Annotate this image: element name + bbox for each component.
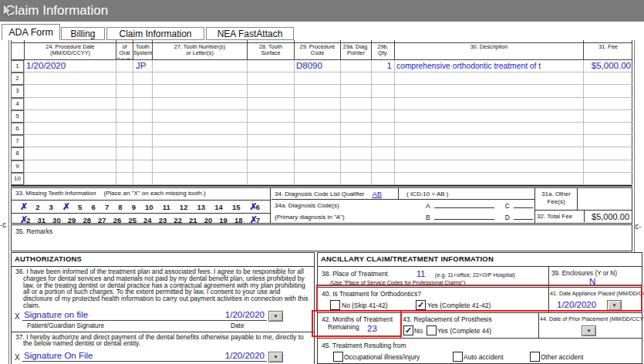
cell-surface[interactable] [247, 60, 294, 72]
cell-diag_pointer[interactable] [340, 135, 371, 147]
cell-tooth_numbers[interactable] [152, 135, 247, 147]
cell-tooth_numbers[interactable] [152, 147, 247, 160]
cell-qty[interactable] [371, 85, 394, 97]
other-accident-checkbox[interactable] [530, 352, 540, 362]
tooth-5[interactable]: 5 [78, 203, 82, 211]
tab-claim-information[interactable]: Claim Information [106, 27, 204, 40]
cell-tooth_system[interactable] [133, 160, 152, 173]
cell-oral_cavity[interactable] [116, 85, 133, 97]
cell-tooth_system[interactable] [133, 135, 152, 147]
cell-diag_pointer[interactable] [340, 72, 371, 85]
diagnosis-code-a-field[interactable] [434, 200, 494, 208]
cell-tooth_system[interactable] [133, 173, 152, 185]
cell-fee[interactable] [583, 110, 632, 123]
subscriber-signature-date[interactable]: 1/20/2020 [224, 351, 265, 360]
cell-oral_cavity[interactable] [116, 110, 133, 123]
tooth-2[interactable]: 2 [35, 203, 39, 211]
auto-accident-checkbox[interactable] [453, 352, 463, 362]
cell-tooth_numbers[interactable] [152, 110, 247, 123]
cell-oral_cavity[interactable] [116, 135, 133, 147]
tooth-12[interactable]: 12 [180, 203, 188, 211]
cell-date[interactable] [24, 123, 116, 135]
cell-tooth_system[interactable]: JP [133, 60, 152, 72]
cell-date[interactable] [24, 173, 116, 185]
tooth-23[interactable]: 23 [159, 216, 167, 224]
cell-tooth_numbers[interactable] [152, 123, 247, 135]
cell-fee[interactable] [583, 123, 632, 135]
cell-surface[interactable] [247, 72, 294, 85]
cell-description[interactable] [394, 72, 583, 85]
tooth-13[interactable]: 13 [197, 203, 206, 211]
cell-fee[interactable]: $5,000.00 [583, 60, 632, 72]
tooth-6[interactable]: 6 [91, 203, 95, 211]
cell-date[interactable] [24, 98, 116, 110]
cell-tooth_system[interactable] [133, 147, 152, 160]
cell-description[interactable] [394, 85, 583, 97]
cell-tooth_numbers[interactable] [152, 173, 247, 185]
cell-diag_pointer[interactable] [340, 98, 371, 110]
tooth-19[interactable]: 19 [219, 216, 228, 224]
cell-tooth_numbers[interactable] [152, 72, 247, 85]
cell-date[interactable] [24, 72, 116, 85]
cell-oral_cavity[interactable] [116, 72, 133, 85]
tooth-14[interactable]: 14 [214, 203, 223, 211]
cell-fee[interactable] [583, 72, 632, 85]
cell-oral_cavity[interactable] [116, 123, 133, 135]
cell-surface[interactable] [247, 147, 294, 160]
cell-qty[interactable] [371, 110, 394, 123]
tooth-27[interactable]: 27 [98, 216, 106, 224]
tooth-17[interactable]: ✗7 [250, 214, 260, 225]
diagnosis-qualifier-value[interactable]: AB [373, 188, 383, 199]
tooth-1[interactable]: ✗ [20, 201, 26, 212]
cell-code[interactable] [294, 110, 340, 123]
tooth-11[interactable]: 11 [163, 203, 170, 211]
cell-oral_cavity[interactable] [116, 160, 133, 173]
tooth-4[interactable]: ✗ [62, 201, 69, 212]
cell-description[interactable] [394, 173, 583, 185]
tab-nea-fastattach[interactable]: NEA FastAttach [206, 27, 294, 40]
cell-diag_pointer[interactable] [340, 110, 371, 123]
date-appliance-placed-dropdown-button[interactable]: ▼ [607, 300, 622, 311]
occupational-illness-checkbox[interactable] [333, 352, 343, 362]
cell-tooth_numbers[interactable] [152, 60, 247, 72]
tab-billing[interactable]: Billing [61, 27, 105, 40]
cell-qty[interactable] [371, 173, 394, 185]
tooth-16[interactable]: ✗6 [250, 201, 260, 212]
patient-signature-date-dropdown-button[interactable]: ▼ [268, 311, 283, 322]
cell-date[interactable] [24, 135, 116, 147]
cell-description[interactable] [394, 147, 583, 160]
cell-code[interactable] [294, 173, 340, 185]
tooth-29[interactable]: 29 [68, 216, 76, 224]
cell-qty[interactable] [371, 123, 394, 135]
cell-diag_pointer[interactable] [340, 173, 371, 185]
place-of-treatment-value[interactable]: 11 [416, 269, 425, 278]
cell-surface[interactable] [247, 85, 294, 97]
tooth-9[interactable]: 9 [132, 203, 136, 211]
cell-description[interactable] [394, 135, 583, 147]
diagnosis-code-b-field[interactable] [434, 211, 494, 220]
cell-tooth_system[interactable] [133, 98, 152, 110]
orthodontics-no-checkbox[interactable] [330, 300, 340, 310]
cell-code[interactable]: D8090 [294, 60, 340, 72]
cell-code[interactable] [294, 123, 340, 135]
cell-surface[interactable] [247, 160, 294, 173]
enclosures-value[interactable]: N [589, 277, 595, 286]
tooth-25[interactable]: 25 [128, 216, 137, 224]
cell-tooth_system[interactable] [133, 123, 152, 135]
diagnosis-code-d-field[interactable] [514, 211, 533, 220]
cell-surface[interactable] [247, 173, 294, 185]
cell-date[interactable] [24, 160, 116, 173]
cell-tooth_numbers[interactable] [152, 160, 247, 173]
cell-code[interactable] [294, 85, 340, 97]
cell-qty[interactable] [371, 160, 394, 173]
cell-date[interactable]: 1/20/2020 [24, 60, 116, 72]
cell-fee[interactable] [583, 147, 632, 160]
tooth-8[interactable]: 8 [118, 203, 122, 211]
cell-diag_pointer[interactable] [340, 60, 371, 72]
cell-description[interactable] [394, 110, 583, 123]
tooth-7[interactable]: 7 [105, 203, 109, 211]
cell-code[interactable] [294, 72, 340, 85]
cell-surface[interactable] [247, 123, 294, 135]
tooth-18[interactable]: 18 [234, 216, 243, 224]
subscriber-signature-date-dropdown-button[interactable]: ▼ [268, 352, 283, 362]
